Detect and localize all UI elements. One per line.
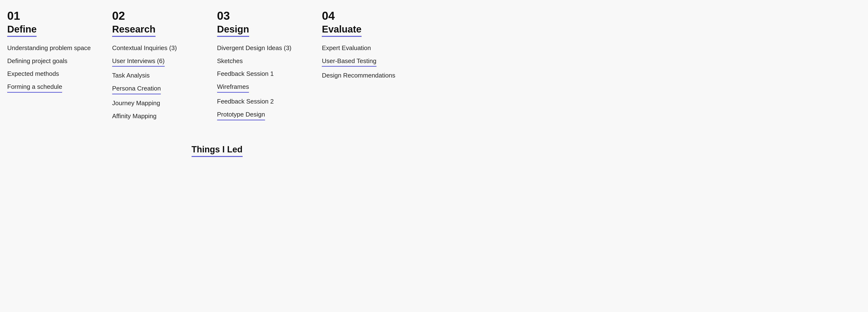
list-item: Affinity Mapping [112, 112, 208, 120]
col-number-1: 01 [7, 10, 102, 22]
col-title-3: Design [217, 23, 249, 37]
col-number-4: 04 [322, 10, 417, 22]
list-item: Journey Mapping [112, 99, 208, 107]
list-item: Contextual Inquiries (3) [112, 44, 208, 52]
column-4: 04EvaluateExpert EvaluationUser-Based Te… [322, 10, 427, 125]
list-item: Feedback Session 2 [217, 97, 312, 106]
list-item: Forming a schedule [7, 83, 102, 93]
col-number-2: 02 [112, 10, 208, 22]
main-grid: 01DefineUnderstanding problem spaceDefin… [7, 10, 427, 125]
list-item: User-Based Testing [322, 57, 417, 67]
things-led-title: Things I Led [192, 145, 243, 157]
list-item: Wireframes [217, 83, 312, 93]
list-item: Divergent Design Ideas (3) [217, 44, 312, 52]
col-title-1: Define [7, 23, 37, 37]
list-item: Defining project goals [7, 57, 102, 65]
list-item: Task Analysis [112, 71, 208, 80]
col-items-1: Understanding problem spaceDefining proj… [7, 44, 102, 97]
column-3: 03DesignDivergent Design Ideas (3)Sketch… [217, 10, 322, 125]
col-title-4: Evaluate [322, 23, 362, 37]
list-item: Design Recommendations [322, 71, 417, 80]
list-item: Understanding problem space [7, 44, 102, 52]
things-led-section: Things I Led [7, 145, 427, 157]
column-2: 02ResearchContextual Inquiries (3)User I… [112, 10, 217, 125]
list-item: Prototype Design [217, 111, 312, 120]
list-item: Persona Creation [112, 85, 208, 94]
col-items-3: Divergent Design Ideas (3)SketchesFeedba… [217, 44, 312, 125]
list-item: User Interviews (6) [112, 57, 208, 67]
list-item: Feedback Session 1 [217, 70, 312, 78]
list-item: Sketches [217, 57, 312, 65]
column-1: 01DefineUnderstanding problem spaceDefin… [7, 10, 112, 125]
col-items-2: Contextual Inquiries (3)User Interviews … [112, 44, 208, 125]
col-number-3: 03 [217, 10, 312, 22]
col-items-4: Expert EvaluationUser-Based TestingDesig… [322, 44, 417, 85]
list-item: Expected methods [7, 70, 102, 78]
list-item: Expert Evaluation [322, 44, 417, 52]
col-title-2: Research [112, 23, 155, 37]
